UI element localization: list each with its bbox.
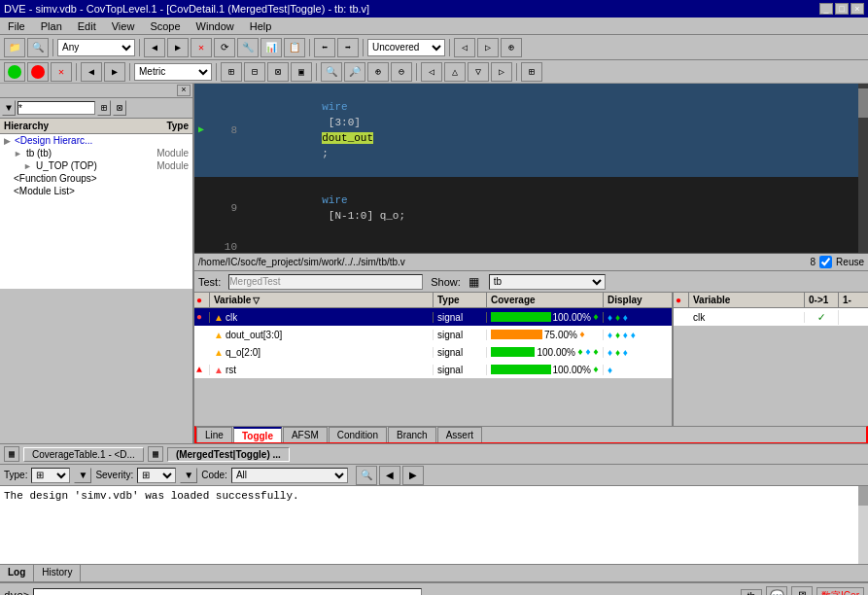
tb-extra-1[interactable]: ◁ <box>454 38 475 57</box>
task-icon-1[interactable]: ▦ <box>4 446 19 462</box>
log-scroll-thumb[interactable] <box>858 486 868 506</box>
sort-icon[interactable]: ▽ <box>253 296 260 305</box>
tab-branch[interactable]: Branch <box>388 427 436 442</box>
tree-filter-row: ▼ ⊞ ⊠ <box>0 98 192 119</box>
tb2-view-1[interactable]: ⊠ <box>267 62 289 82</box>
metric-select[interactable]: Metric <box>134 63 212 81</box>
uncovered-select[interactable]: Uncovered <box>367 39 445 56</box>
tb2-zoom-4[interactable]: ⊖ <box>391 62 412 82</box>
close-button[interactable]: × <box>851 3 864 15</box>
tab-history[interactable]: History <box>34 565 81 581</box>
tb2-grid-1[interactable]: ⊞ <box>221 62 242 82</box>
filter-apply-btn[interactable]: ⊞ <box>97 100 111 116</box>
menu-file[interactable]: File <box>4 19 29 33</box>
severity-label: Severity: <box>95 470 133 480</box>
bottom-next-btn[interactable]: ▶ <box>402 466 424 485</box>
tab-afsm[interactable]: AFSM <box>283 427 328 442</box>
code-scroll-thumb[interactable] <box>858 88 868 118</box>
separator-7 <box>129 63 130 81</box>
tb2-nav-a[interactable]: ◁ <box>421 62 442 82</box>
cov-right-row-clk[interactable]: clk ✓ <box>674 308 868 326</box>
filter-input[interactable] <box>17 101 95 115</box>
log-scrollbar[interactable] <box>858 486 868 564</box>
tb2-zoom-2[interactable]: 🔎 <box>344 62 365 82</box>
menu-window[interactable]: Window <box>192 19 238 33</box>
menu-scope[interactable]: Scope <box>146 19 184 33</box>
tb2-nav-2[interactable]: ▶ <box>104 62 125 82</box>
tb2-misc[interactable]: ⊞ <box>521 62 542 82</box>
dout-disp-3: ♦ <box>623 330 628 340</box>
bottom-prev-btn[interactable]: ◀ <box>379 466 400 485</box>
menu-view[interactable]: View <box>108 19 139 33</box>
tree-item-tb[interactable]: ► tb (tb) Module <box>0 147 192 159</box>
prompt-input[interactable] <box>33 588 422 595</box>
tree-item-design[interactable]: ▶ <Design Hierarc... <box>0 134 192 147</box>
test-input[interactable] <box>228 274 423 290</box>
tb2-grid-2[interactable]: ⊟ <box>244 62 265 82</box>
status-icon-1[interactable]: 💬 <box>766 586 787 595</box>
show-label: Show: <box>431 276 461 288</box>
tb2-view-2[interactable]: ▣ <box>291 62 312 82</box>
tb2-nav-b[interactable]: △ <box>444 62 466 82</box>
tb-icon-1[interactable]: 📁 <box>4 38 25 57</box>
tab-line[interactable]: Line <box>196 427 232 442</box>
code-line-8: ▶ 8 wire [3:0] dout_out ; <box>194 84 868 177</box>
tree-item-modulelist[interactable]: <Module List> <box>0 185 192 197</box>
tb-misc-3[interactable]: 📊 <box>260 38 282 57</box>
tree-item-funcgroups[interactable]: <Function Groups> <box>0 172 192 185</box>
filter-btn[interactable]: ▼ <box>2 100 16 116</box>
title-controls[interactable]: _ □ × <box>819 3 864 15</box>
tab-log[interactable]: Log <box>0 565 34 581</box>
tb-nav-left[interactable]: ⬅ <box>314 38 335 57</box>
severity-select[interactable]: ⊞ <box>137 468 176 483</box>
bottom-search-btn[interactable]: 🔍 <box>356 466 377 485</box>
tb-arrow-left[interactable]: ◀ <box>144 38 165 57</box>
tb2-nav-1[interactable]: ◀ <box>81 62 102 82</box>
tb-x-btn[interactable]: ✕ <box>191 38 212 57</box>
tb2-zoom-3[interactable]: ⊕ <box>367 62 389 82</box>
tb-extra-3[interactable]: ⊕ <box>501 38 522 57</box>
tb-nav-right[interactable]: ➡ <box>337 38 359 57</box>
tb-misc-1[interactable]: ⟳ <box>214 38 235 57</box>
tab-condition[interactable]: Condition <box>329 427 387 442</box>
type-btn[interactable]: ▼ <box>74 468 91 483</box>
tree-type-utop: Module <box>156 160 189 171</box>
minimize-button[interactable]: _ <box>819 3 833 15</box>
tree-item-utop[interactable]: ► U_TOP (TOP) Module <box>0 159 192 172</box>
taskbar-item-merged[interactable]: (MergedTest|Toggle) ... <box>167 447 290 462</box>
menu-plan[interactable]: Plan <box>37 19 66 33</box>
tab-assert[interactable]: Assert <box>437 427 482 442</box>
taskbar-item-coverage[interactable]: CoverageTable.1 - <D... <box>23 447 144 462</box>
cov-row-rst[interactable]: ▲ ▲ rst signal 100.00% ♦ <box>194 361 672 378</box>
tb2-zoom-1[interactable]: 🔍 <box>321 62 342 82</box>
status-icon-2[interactable]: 🖥 <box>791 586 813 595</box>
reuse-checkbox[interactable] <box>819 256 832 268</box>
cov-row-dout[interactable]: ▲ dout_out[3:0] signal 75.00% ♦ ♦ <box>194 326 672 343</box>
tb-arrow-right[interactable]: ▶ <box>167 38 189 57</box>
tb-misc-4[interactable]: 📋 <box>284 38 305 57</box>
cov-row-clk[interactable]: ● ▲ clk signal 100.00% ♦ <box>194 308 672 326</box>
tb2-circle-red[interactable] <box>27 62 49 82</box>
tb-icon-2[interactable]: 🔍 <box>27 38 49 57</box>
tb-misc-2[interactable]: 🔧 <box>237 38 259 57</box>
menu-edit[interactable]: Edit <box>74 19 100 33</box>
left-panel-close[interactable]: × <box>177 85 191 96</box>
task-icon-2[interactable]: ▦ <box>148 446 163 462</box>
any-select[interactable]: Any <box>57 39 135 56</box>
filter-clear-btn[interactable]: ⊠ <box>113 100 126 116</box>
tb2-nav-c[interactable]: ▽ <box>468 62 489 82</box>
menu-help[interactable]: Help <box>246 19 276 33</box>
maximize-button[interactable]: □ <box>835 3 849 15</box>
rst-tri-icon: ▲ <box>214 365 224 375</box>
severity-btn[interactable]: ▼ <box>180 468 197 483</box>
cov-row-qo[interactable]: ▲ q_o[2:0] signal 100.00% ♦ ♦ ♦ <box>194 343 672 361</box>
show-select[interactable]: tb <box>489 274 606 290</box>
code-select[interactable]: All <box>231 468 348 483</box>
code-scrollbar[interactable] <box>858 84 868 253</box>
type-select[interactable]: ⊞ <box>31 468 70 483</box>
tb-extra-2[interactable]: ▷ <box>477 38 499 57</box>
tb2-x-btn[interactable]: ✕ <box>51 62 72 82</box>
tb2-nav-d[interactable]: ▷ <box>491 62 512 82</box>
tab-toggle[interactable]: Toggle <box>233 427 282 442</box>
tb2-circle-green[interactable] <box>4 62 25 82</box>
